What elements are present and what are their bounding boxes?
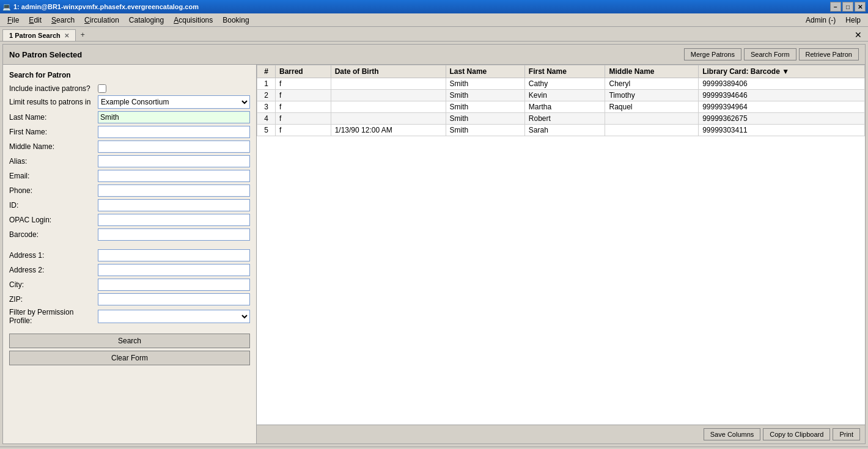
limit-results-label: Limit results to patrons in [9, 98, 98, 106]
col-header-middle-name[interactable]: Middle Name [605, 65, 699, 78]
title-bar-controls: − □ ✕ [830, 2, 866, 12]
first-name-label: First Name: [9, 128, 98, 136]
menu-admin[interactable]: Admin (-) [801, 15, 840, 26]
table-row[interactable]: 2 f Smith Kevin Timothy 99999394646 [257, 90, 865, 101]
menu-bar: File Edit Search Circulation Cataloging … [0, 13, 868, 27]
search-form-title: Search for Patron [9, 71, 250, 79]
address2-row: Address 2: [9, 264, 250, 276]
menu-file[interactable]: File [2, 15, 24, 26]
cell-middle-name [605, 113, 699, 125]
patron-status: No Patron Selected [9, 50, 82, 59]
col-header-library-card[interactable]: Library Card: Barcode ▼ [699, 65, 865, 78]
last-name-label: Last Name: [9, 113, 98, 122]
search-panel: Search for Patron Include inactive patro… [3, 65, 257, 444]
menu-help[interactable]: Help [840, 15, 866, 26]
table-row[interactable]: 3 f Smith Martha Raquel 99999394964 [257, 101, 865, 113]
retrieve-patron-button[interactable]: Retrieve Patron [799, 48, 859, 60]
cell-num: 5 [257, 125, 276, 136]
zip-input[interactable] [98, 293, 250, 305]
first-name-row: First Name: [9, 126, 250, 138]
cell-barred: f [276, 90, 331, 101]
menu-acquisitions[interactable]: Acquisitions [169, 15, 218, 26]
barcode-label: Barcode: [9, 230, 98, 239]
search-form-button[interactable]: Search Form [744, 48, 796, 60]
maximize-button[interactable]: □ [842, 2, 853, 12]
cell-dob [331, 90, 446, 101]
cell-last-name: Smith [446, 101, 524, 113]
cell-num: 4 [257, 113, 276, 125]
menu-search[interactable]: Search [46, 15, 79, 26]
barcode-input[interactable] [98, 228, 250, 241]
save-columns-button[interactable]: Save Columns [704, 428, 761, 440]
close-button[interactable]: ✕ [855, 2, 866, 12]
results-tbody: 1 f Smith Cathy Cheryl 99999389406 2 f S… [257, 78, 865, 136]
table-row[interactable]: 1 f Smith Cathy Cheryl 99999389406 [257, 78, 865, 90]
email-input[interactable] [98, 170, 250, 182]
opac-login-row: OPAC Login: [9, 214, 250, 226]
minimize-button[interactable]: − [830, 2, 841, 12]
city-input[interactable] [98, 279, 250, 291]
table-row[interactable]: 5 f 1/13/90 12:00 AM Smith Sarah 9999930… [257, 125, 865, 136]
phone-row: Phone: [9, 184, 250, 197]
menu-circulation[interactable]: Circulation [79, 15, 124, 26]
col-header-dob[interactable]: Date of Birth [331, 65, 446, 78]
menu-edit[interactable]: Edit [24, 15, 46, 26]
col-header-num[interactable]: # [257, 65, 276, 78]
tab-patron-search[interactable]: 1 Patron Search ✕ [2, 29, 76, 41]
col-header-first-name[interactable]: First Name [524, 65, 605, 78]
body-split: Search for Patron Include inactive patro… [3, 65, 865, 444]
cell-barcode: 99999394964 [699, 101, 865, 113]
opac-login-input[interactable] [98, 214, 250, 226]
city-label: City: [9, 280, 98, 289]
col-header-barred[interactable]: Barred [276, 65, 331, 78]
menu-booking[interactable]: Booking [218, 15, 254, 26]
include-inactive-checkbox[interactable] [98, 84, 106, 93]
cell-dob [331, 113, 446, 125]
menu-cataloging[interactable]: Cataloging [124, 15, 169, 26]
cell-first-name: Sarah [524, 125, 605, 136]
last-name-row: Last Name: [9, 111, 250, 123]
cell-barred: f [276, 113, 331, 125]
search-button[interactable]: Search [9, 334, 250, 348]
cell-last-name: Smith [446, 113, 524, 125]
id-label: ID: [9, 201, 98, 210]
results-table: # Barred Date of Birth Last Name First N… [257, 65, 865, 136]
col-header-last-name[interactable]: Last Name [446, 65, 524, 78]
window-close-icon[interactable]: ✕ [851, 29, 866, 41]
middle-name-row: Middle Name: [9, 141, 250, 153]
permission-profile-select[interactable] [98, 310, 250, 323]
address1-input[interactable] [98, 249, 250, 261]
tab-add-button[interactable]: + [76, 29, 90, 41]
cell-barcode: 99999362675 [699, 113, 865, 125]
status-bar [0, 447, 868, 449]
results-panel: # Barred Date of Birth Last Name First N… [257, 65, 865, 444]
patron-buttons: Merge Patrons Search Form Retrieve Patro… [684, 48, 859, 60]
limit-results-select[interactable]: Example Consortium [98, 95, 250, 109]
last-name-input[interactable] [98, 111, 250, 123]
phone-input[interactable] [98, 184, 250, 197]
address2-label: Address 2: [9, 266, 98, 274]
cell-last-name: Smith [446, 78, 524, 90]
alias-input[interactable] [98, 155, 250, 167]
first-name-input[interactable] [98, 126, 250, 138]
id-input[interactable] [98, 199, 250, 211]
phone-label: Phone: [9, 186, 98, 195]
table-row[interactable]: 4 f Smith Robert 99999362675 [257, 113, 865, 125]
address2-input[interactable] [98, 264, 250, 276]
copy-clipboard-button[interactable]: Copy to Clipboard [763, 428, 830, 440]
tab-close-icon[interactable]: ✕ [64, 32, 69, 39]
print-button[interactable]: Print [833, 428, 860, 440]
cell-middle-name: Timothy [605, 90, 699, 101]
cell-last-name: Smith [446, 90, 524, 101]
permission-profile-row: Filter by Permission Profile: [9, 308, 250, 325]
merge-patrons-button[interactable]: Merge Patrons [684, 48, 741, 60]
address1-label: Address 1: [9, 251, 98, 260]
cell-first-name: Martha [524, 101, 605, 113]
title-bar-left: 💻 1: admin@BR1-winxpvmfx.phasefx.evergre… [2, 3, 199, 11]
clear-form-button[interactable]: Clear Form [9, 351, 250, 365]
middle-name-input[interactable] [98, 141, 250, 153]
email-label: Email: [9, 172, 98, 180]
limit-results-row: Limit results to patrons in Example Cons… [9, 95, 250, 109]
cell-barcode: 99999394646 [699, 90, 865, 101]
cell-first-name: Cathy [524, 78, 605, 90]
